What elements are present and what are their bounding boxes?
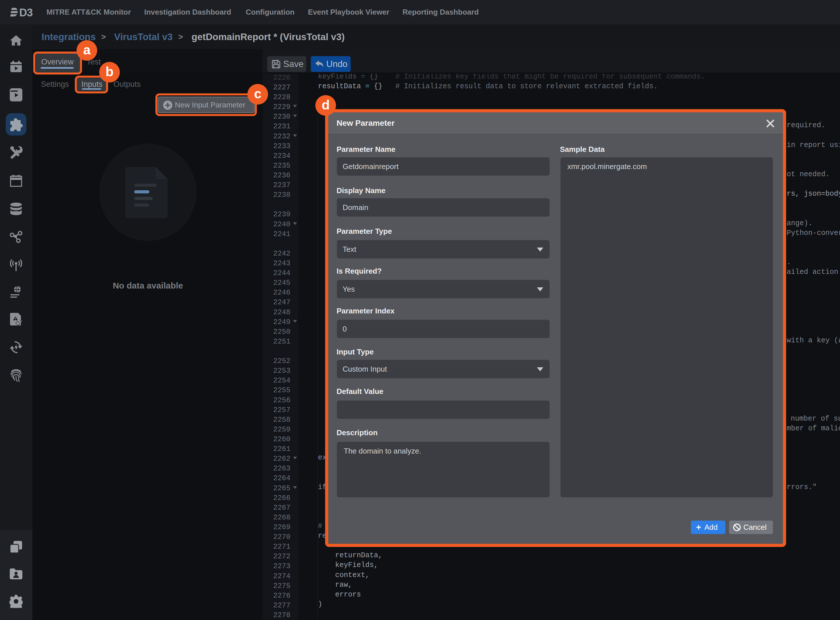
svg-text:D3: D3 [19,7,33,18]
